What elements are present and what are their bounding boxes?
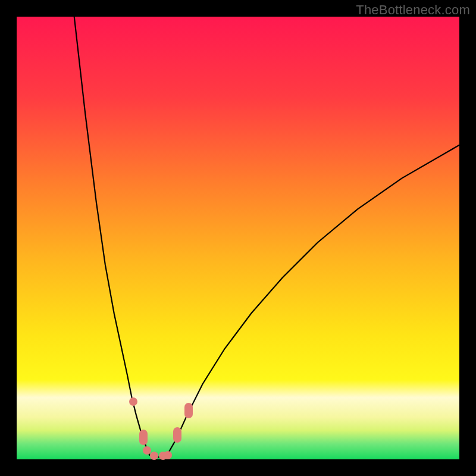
watermark-text: TheBottleneck.com	[356, 2, 470, 18]
data-marker	[173, 427, 181, 443]
data-marker	[139, 430, 148, 445]
bottleneck-curve	[17, 17, 459, 459]
data-marker	[150, 452, 158, 460]
plot-area	[17, 17, 459, 459]
data-marker	[184, 403, 193, 418]
data-marker	[164, 451, 172, 459]
data-marker	[129, 397, 137, 406]
